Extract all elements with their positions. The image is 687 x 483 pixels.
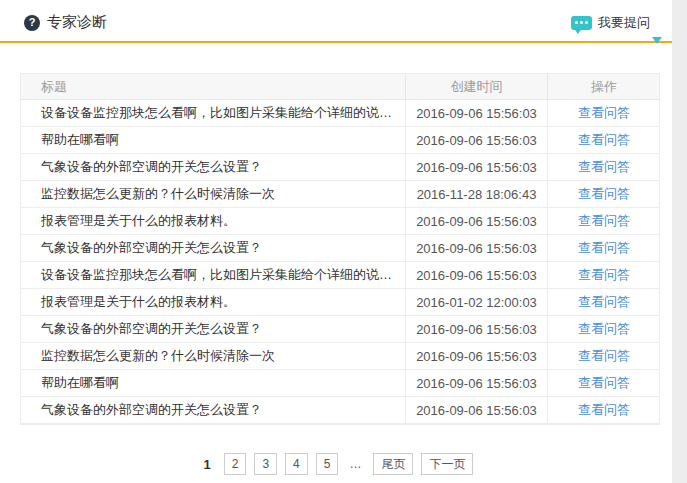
table-row: 气象设备的外部空调的开关怎么设置？2016-09-06 15:56:03查看问答 [21, 397, 659, 424]
view-answer-link[interactable]: 查看问答 [578, 131, 630, 149]
created-time: 2016-09-06 15:56:03 [405, 262, 547, 288]
header-accent-line [0, 41, 672, 43]
table-row: 气象设备的外部空调的开关怎么设置？2016-09-06 15:56:03查看问答 [21, 235, 659, 262]
view-answer-link[interactable]: 查看问答 [578, 158, 630, 176]
view-answer-link[interactable]: 查看问答 [578, 293, 630, 311]
question-title: 帮助在哪看啊 [21, 131, 405, 149]
question-title: 气象设备的外部空调的开关怎么设置？ [21, 158, 405, 176]
question-title: 设备设备监控那块怎么看啊，比如图片采集能给个详细的说明对这块不是很懂… [21, 266, 405, 284]
created-time: 2016-11-28 18:06:43 [405, 181, 547, 207]
view-answer-link[interactable]: 查看问答 [578, 104, 630, 122]
table-row: 气象设备的外部空调的开关怎么设置？2016-09-06 15:56:03查看问答 [21, 154, 659, 181]
action-cell: 查看问答 [547, 100, 660, 126]
table-row: 报表管理是关于什么的报表材料。2016-01-02 12:00:03查看问答 [21, 289, 659, 316]
action-cell: 查看问答 [547, 262, 660, 288]
qa-table: 标题 创建时间 操作 设备设备监控那块怎么看啊，比如图片采集能给个详细的说明对这… [20, 73, 660, 425]
view-answer-link[interactable]: 查看问答 [578, 374, 630, 392]
pagination-last-button[interactable]: 尾页 [373, 453, 413, 475]
action-cell: 查看问答 [547, 397, 660, 423]
action-cell: 查看问答 [547, 343, 660, 369]
question-title: 监控数据怎么更新的？什么时候清除一次 [21, 347, 405, 365]
question-title: 气象设备的外部空调的开关怎么设置？ [21, 239, 405, 257]
table-row: 气象设备的外部空调的开关怎么设置？2016-09-06 15:56:03查看问答 [21, 316, 659, 343]
question-title: 帮助在哪看啊 [21, 374, 405, 392]
action-cell: 查看问答 [547, 316, 660, 342]
table-row: 帮助在哪看啊2016-09-06 15:56:03查看问答 [21, 370, 659, 397]
created-time: 2016-09-06 15:56:03 [405, 235, 547, 261]
question-title: 报表管理是关于什么的报表材料。 [21, 212, 405, 230]
view-answer-link[interactable]: 查看问答 [578, 320, 630, 338]
pagination-next-button[interactable]: 下一页 [421, 453, 473, 475]
bubble-dot [580, 21, 583, 24]
view-answer-link[interactable]: 查看问答 [578, 401, 630, 419]
table-header-row: 标题 创建时间 操作 [21, 74, 659, 100]
action-cell: 查看问答 [547, 154, 660, 180]
pagination-pages: 2345 [224, 453, 339, 475]
table-row: 帮助在哪看啊2016-09-06 15:56:03查看问答 [21, 127, 659, 154]
created-time: 2016-01-02 12:00:03 [405, 289, 547, 315]
pagination-page-button[interactable]: 4 [285, 453, 308, 475]
pagination-page-button[interactable]: 3 [254, 453, 277, 475]
created-time: 2016-09-06 15:56:03 [405, 100, 547, 126]
action-cell: 查看问答 [547, 181, 660, 207]
created-time: 2016-09-06 15:56:03 [405, 316, 547, 342]
pagination-ellipsis: … [346, 457, 365, 471]
created-time: 2016-09-06 15:56:03 [405, 397, 547, 423]
action-cell: 查看问答 [547, 208, 660, 234]
view-answer-link[interactable]: 查看问答 [578, 185, 630, 203]
view-answer-link[interactable]: 查看问答 [578, 347, 630, 365]
action-cell: 查看问答 [547, 127, 660, 153]
table-row: 设备设备监控那块怎么看啊，比如图片采集能给个详细的说明对这块不是很懂…2016-… [21, 262, 659, 289]
pagination-current-page: 1 [199, 457, 216, 472]
table-row: 设备设备监控那块怎么看啊，比如图片采集能给个详细的说明对这块不是很懂…2016-… [21, 100, 659, 127]
page-title: 专家诊断 [47, 13, 107, 32]
page-header: ? 专家诊断 我要提问 [0, 0, 672, 41]
pagination: 1 2345 … 尾页 下一页 [0, 453, 672, 475]
question-title: 报表管理是关于什么的报表材料。 [21, 293, 405, 311]
question-title: 气象设备的外部空调的开关怎么设置？ [21, 401, 405, 419]
created-time: 2016-09-06 15:56:03 [405, 370, 547, 396]
bubble-dot [575, 21, 578, 24]
column-header-time: 创建时间 [405, 74, 547, 99]
view-answer-link[interactable]: 查看问答 [578, 239, 630, 257]
ask-question-button[interactable]: 我要提问 [571, 14, 650, 32]
chat-bubble-icon [571, 16, 592, 30]
question-title: 监控数据怎么更新的？什么时候清除一次 [21, 185, 405, 203]
ask-question-label: 我要提问 [598, 14, 650, 32]
created-time: 2016-09-06 15:56:03 [405, 343, 547, 369]
created-time: 2016-09-06 15:56:03 [405, 127, 547, 153]
table-row: 监控数据怎么更新的？什么时候清除一次2016-11-28 18:06:43查看问… [21, 181, 659, 208]
column-header-action: 操作 [547, 74, 660, 99]
pagination-page-button[interactable]: 2 [224, 453, 247, 475]
view-answer-link[interactable]: 查看问答 [578, 266, 630, 284]
question-title: 设备设备监控那块怎么看啊，比如图片采集能给个详细的说明对这块不是很懂… [21, 104, 405, 122]
expert-badge-icon: ? [24, 15, 40, 31]
action-cell: 查看问答 [547, 235, 660, 261]
expert-diagnosis-page: ? 专家诊断 我要提问 标题 创建时间 操作 设备设备监控那块怎么看啊，比如图片… [0, 0, 672, 483]
column-header-title: 标题 [21, 78, 405, 96]
created-time: 2016-09-06 15:56:03 [405, 154, 547, 180]
table-body: 设备设备监控那块怎么看啊，比如图片采集能给个详细的说明对这块不是很懂…2016-… [21, 100, 659, 424]
table-row: 监控数据怎么更新的？什么时候清除一次2016-09-06 15:56:03查看问… [21, 343, 659, 370]
title-wrap: ? 专家诊断 [24, 13, 107, 32]
created-time: 2016-09-06 15:56:03 [405, 208, 547, 234]
view-answer-link[interactable]: 查看问答 [578, 212, 630, 230]
bubble-dot [585, 21, 588, 24]
pagination-page-button[interactable]: 5 [316, 453, 339, 475]
action-cell: 查看问答 [547, 289, 660, 315]
table-row: 报表管理是关于什么的报表材料。2016-09-06 15:56:03查看问答 [21, 208, 659, 235]
action-cell: 查看问答 [547, 370, 660, 396]
teal-pointer-icon [652, 37, 662, 44]
question-title: 气象设备的外部空调的开关怎么设置？ [21, 320, 405, 338]
